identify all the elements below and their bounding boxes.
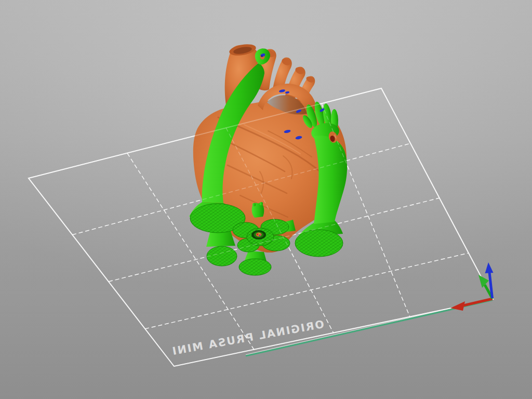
center-pad-ring	[251, 230, 266, 240]
slicer-3d-viewport[interactable]: ORIGINAL PRUSA MINI	[0, 0, 532, 399]
x-axis-arrow	[450, 299, 493, 311]
bed-brand-label: ORIGINAL PRUSA MINI	[170, 318, 325, 357]
axes-indicator	[450, 262, 494, 311]
scene-canvas[interactable]: ORIGINAL PRUSA MINI	[0, 0, 532, 399]
